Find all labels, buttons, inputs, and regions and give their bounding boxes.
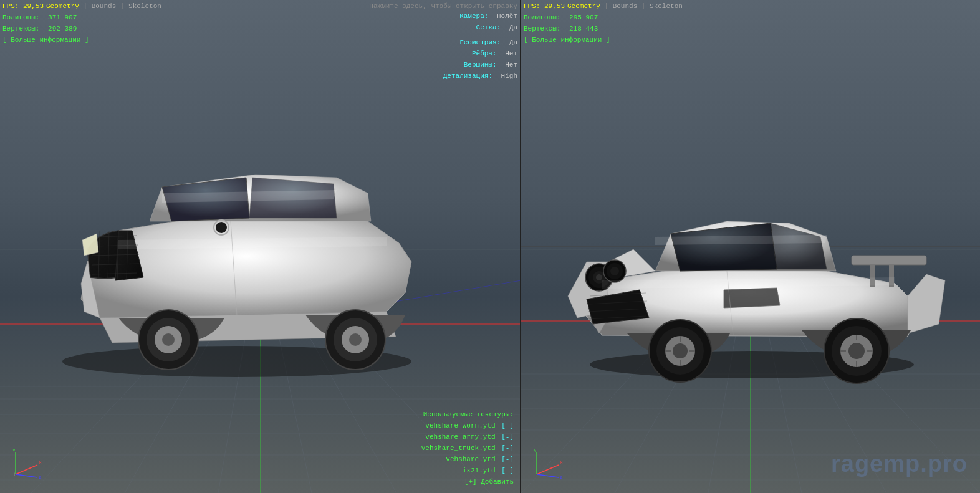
car-right-model: [527, 87, 976, 411]
vertices-label-right: Вертексы:: [524, 25, 560, 32]
svg-text:z: z: [560, 474, 563, 480]
polygons-label-right: Полигоны:: [524, 14, 560, 21]
geometry-value: Да: [509, 39, 517, 46]
polygons-label-left: Полигоны:: [2, 14, 39, 21]
textures-panel: Используемые текстуры: vehshare_worn.ytd…: [421, 408, 514, 487]
main-container: FPS: 29,53 Geometry | Bounds | Skeleton …: [0, 0, 980, 493]
geometry-label: Геометрия:: [459, 39, 501, 46]
nav-sep1-right: |: [600, 2, 613, 10]
nav-geometry-right[interactable]: Geometry: [567, 2, 600, 10]
lod-value: High: [501, 72, 517, 80]
more-info-right[interactable]: [ Больше информации ]: [524, 36, 610, 44]
svg-line-42: [16, 474, 37, 477]
svg-text:x: x: [39, 459, 42, 465]
lod-label: Детализация:: [443, 72, 492, 80]
polygons-value-right: 295 907: [569, 14, 598, 21]
hud-topleft-right: FPS: 29,53 Geometry | Bounds | Skeleton …: [524, 2, 683, 45]
vertices-value-left: 292 389: [48, 25, 77, 32]
car-left-model: [19, 100, 492, 399]
texture-name: vehshare.ytd: [446, 456, 495, 463]
texture-name: vehshare_worn.ytd: [425, 422, 495, 429]
viewport-left[interactable]: FPS: 29,53 Geometry | Bounds | Skeleton …: [0, 0, 521, 493]
more-info-left[interactable]: [ Больше информации ]: [2, 36, 89, 44]
texture-list-item: vehshare_truck.ytd [-]: [421, 442, 514, 453]
viewport-right[interactable]: FPS: 29,53 Geometry | Bounds | Skeleton …: [521, 0, 980, 493]
texture-list-item: vehshare.ytd [-]: [421, 453, 514, 464]
texture-list: vehshare_worn.ytd [-]vehshare_army.ytd […: [421, 419, 514, 476]
mesh-label: Сетка:: [476, 24, 501, 31]
texture-remove-button[interactable]: [-]: [501, 456, 514, 463]
svg-text:y: y: [534, 447, 537, 452]
fps-label-right: FPS: 29,53: [524, 2, 565, 10]
texture-list-item: vehshare_worn.ytd [-]: [421, 419, 514, 431]
svg-point-21: [162, 333, 175, 346]
hud-topright-left: Нажмите здесь, чтобы открыть справку Кам…: [369, 2, 517, 81]
nav-skeleton-right[interactable]: Skeleton: [650, 2, 683, 10]
texture-name: vehshare_truck.ytd: [421, 444, 496, 452]
nav-sep2-left: |: [116, 2, 128, 10]
svg-point-25: [349, 333, 362, 346]
texture-remove-button[interactable]: [-]: [501, 433, 514, 441]
svg-text:y: y: [12, 447, 16, 452]
svg-point-36: [216, 222, 227, 233]
texture-name: vehshare_army.ytd: [425, 433, 495, 441]
edges-label: Рёбра:: [472, 50, 497, 57]
hud-topleft-left: FPS: 29,53 Geometry | Bounds | Skeleton …: [2, 2, 161, 45]
texture-remove-button[interactable]: [-]: [501, 422, 514, 429]
svg-text:+: +: [13, 472, 16, 478]
svg-point-72: [610, 267, 619, 275]
svg-line-98: [537, 474, 559, 477]
svg-line-94: [537, 465, 559, 474]
nav-bounds-right[interactable]: Bounds: [613, 2, 638, 10]
axis-indicator-right: x y z +: [531, 446, 565, 484]
nav-skeleton-left[interactable]: Skeleton: [128, 2, 161, 10]
texture-list-item: ix21.ytd [-]: [421, 464, 514, 476]
vertices-opt-value: Нет: [505, 61, 517, 69]
nav-sep2-right: |: [637, 2, 650, 10]
nav-sep1-left: |: [79, 2, 92, 10]
textures-label: Используемые текстуры:: [423, 411, 514, 418]
svg-point-80: [673, 343, 688, 358]
svg-text:x: x: [560, 459, 563, 465]
fps-label-left: FPS: 29,53: [2, 2, 44, 10]
camera-value: Полёт: [497, 12, 517, 20]
svg-text:z: z: [39, 474, 42, 480]
svg-point-69: [596, 274, 602, 280]
svg-point-88: [848, 343, 865, 359]
camera-label: Камера:: [459, 12, 488, 20]
texture-remove-button[interactable]: [-]: [501, 444, 514, 452]
texture-list-item: vehshare_army.ytd [-]: [421, 431, 514, 442]
polygons-value-left: 371 907: [48, 14, 77, 21]
nav-bounds-left[interactable]: Bounds: [92, 2, 117, 10]
mesh-value: Да: [509, 24, 517, 31]
add-texture-button[interactable]: [+] Добавить: [464, 478, 514, 486]
texture-name: ix21.ytd: [463, 467, 496, 474]
nav-left: Geometry | Bounds | Skeleton: [46, 2, 161, 10]
nav-geometry-left[interactable]: Geometry: [46, 2, 79, 10]
texture-remove-button[interactable]: [-]: [501, 467, 514, 474]
edges-value: Нет: [505, 50, 517, 57]
help-text[interactable]: Нажмите здесь, чтобы открыть справку: [369, 2, 517, 10]
axis-indicator-left: x y z +: [9, 446, 44, 484]
vertices-label-left: Вертексы:: [2, 25, 39, 32]
vertices-opt-label: Вершины:: [464, 61, 497, 69]
vertices-value-right: 218 443: [569, 25, 598, 32]
svg-text:+: +: [534, 472, 537, 478]
nav-right: Geometry | Bounds | Skeleton: [567, 2, 683, 10]
svg-line-38: [16, 465, 37, 474]
watermark: ragemp.pro: [831, 451, 968, 477]
svg-rect-63: [852, 256, 926, 265]
